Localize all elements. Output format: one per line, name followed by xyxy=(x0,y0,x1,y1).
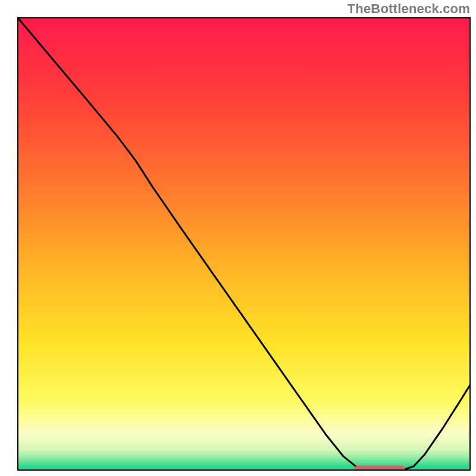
bottleneck-chart xyxy=(0,0,476,476)
plot-background xyxy=(18,18,470,470)
